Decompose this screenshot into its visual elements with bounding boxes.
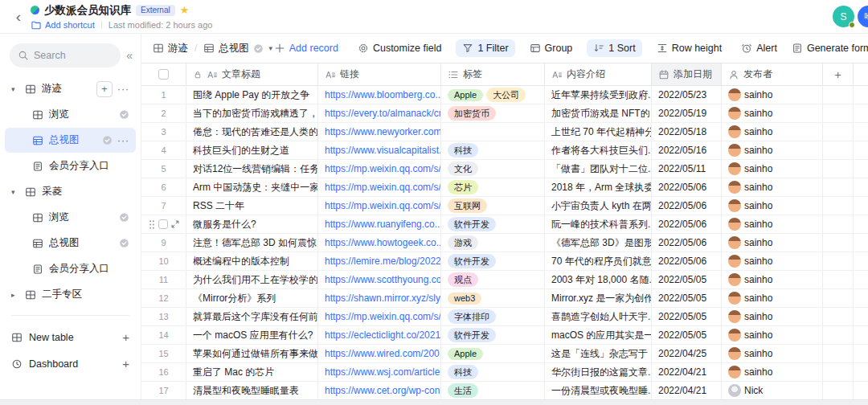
cell-publisher[interactable]: sainho bbox=[722, 123, 823, 141]
link-text[interactable]: https://www.howtogeek.co... bbox=[325, 237, 441, 248]
cell-publisher[interactable]: sainho bbox=[722, 178, 823, 196]
row-handle-cell[interactable]: 10 bbox=[141, 252, 186, 270]
sidebar-new-table[interactable]: New table+ bbox=[0, 324, 141, 350]
link-text[interactable]: https://lemire.me/blog/2022... bbox=[325, 256, 441, 267]
cell-tags[interactable]: 软件开发 bbox=[441, 215, 545, 233]
cell-tags[interactable]: 互联网 bbox=[441, 197, 545, 215]
sidebar-item-会员分享入口[interactable]: 会员分享入口 bbox=[5, 153, 136, 178]
cell-title[interactable]: 就算最后这个字库没有任何前... bbox=[186, 308, 318, 325]
expand-record-icon[interactable] bbox=[170, 219, 180, 229]
row-handle-cell[interactable] bbox=[141, 215, 186, 233]
cell-title[interactable]: RSS 二十年 bbox=[186, 197, 318, 215]
cell-publisher[interactable]: sainho bbox=[722, 141, 823, 159]
cell-link[interactable]: https://www.wired.com/200... bbox=[318, 345, 441, 362]
cell-description[interactable]: 加密货币游戏是 NFT的 ... bbox=[545, 104, 652, 122]
avatar[interactable]: S bbox=[833, 6, 854, 27]
cell-extra[interactable] bbox=[823, 289, 854, 307]
cell-tags[interactable]: 字体排印 bbox=[441, 308, 545, 325]
cell-publisher[interactable]: Nick bbox=[722, 382, 823, 399]
cell-title[interactable]: 一个 macOS 应用里有什么? bbox=[186, 326, 318, 344]
link-text[interactable]: https://mp.weixin.qq.com/s/... bbox=[325, 182, 441, 193]
search-input[interactable]: Search bbox=[10, 43, 121, 68]
cell-title[interactable]: 《Mirror分析》系列 bbox=[186, 289, 318, 307]
cell-extra[interactable] bbox=[823, 234, 854, 252]
cell-publisher[interactable]: sainho bbox=[722, 308, 823, 325]
cell-date[interactable]: 2022/05/06 bbox=[652, 252, 722, 270]
link-text[interactable]: https://mp.weixin.qq.com/s/... bbox=[325, 200, 441, 211]
more-icon[interactable]: ··· bbox=[117, 135, 129, 146]
cell-title[interactable]: 科技巨头们的生财之道 bbox=[186, 141, 318, 159]
view-switcher[interactable]: 总视图 ▼ bbox=[203, 42, 273, 55]
row-handle-cell[interactable]: 15 bbox=[141, 345, 186, 362]
row-handle-cell[interactable]: 4 bbox=[141, 141, 186, 159]
cell-tags[interactable] bbox=[441, 123, 545, 141]
cell-link[interactable]: https://www.bloomberg.co... bbox=[318, 86, 441, 104]
cell-description[interactable]: 《德军总部 3D》是图形... bbox=[545, 234, 652, 252]
link-text[interactable]: https://every.to/almanack/cr... bbox=[325, 108, 441, 119]
cell-publisher[interactable]: sainho bbox=[722, 345, 823, 362]
cell-date[interactable]: 2022/05/06 bbox=[652, 234, 722, 252]
cell-title[interactable]: 围绕 Apple Pay 的开放之争 bbox=[186, 86, 318, 104]
row-checkbox[interactable] bbox=[158, 219, 168, 229]
row-handle-cell[interactable]: 11 bbox=[141, 271, 186, 288]
cell-title[interactable]: 苹果如何通过做错所有事来做... bbox=[186, 345, 318, 362]
cell-extra[interactable] bbox=[823, 252, 854, 270]
row-handle-cell[interactable]: 1 bbox=[141, 86, 186, 104]
link-text[interactable]: https://www.cet.org/wp-con... bbox=[325, 385, 441, 396]
cell-description[interactable]: 近年苹果持续受到政府... bbox=[545, 86, 652, 104]
cell-extra[interactable] bbox=[823, 104, 854, 122]
cell-description[interactable]: 喜鹊造字创始人叶天宇... bbox=[545, 308, 652, 325]
sidebar-item-浏览[interactable]: 浏览 bbox=[5, 205, 136, 230]
row-handle-cell[interactable]: 13 bbox=[141, 308, 186, 325]
cell-link[interactable]: https://mp.weixin.qq.com/s/... bbox=[318, 197, 441, 215]
row-height-button[interactable]: Row height bbox=[657, 43, 723, 54]
cell-date[interactable]: 2022/05/05 bbox=[652, 271, 722, 288]
cell-title[interactable]: 为什么我们用不上在学校学的... bbox=[186, 271, 318, 288]
cell-link[interactable]: https://www.cet.org/wp-con... bbox=[318, 382, 441, 399]
group-button[interactable]: Group bbox=[530, 43, 573, 54]
cell-description[interactable]: 2018 年，Arm 全球执委... bbox=[545, 178, 652, 196]
alert-button[interactable]: Alert bbox=[741, 43, 777, 54]
cell-title[interactable]: 当下的加密货币游戏糟透了，... bbox=[186, 104, 318, 122]
cell-description[interactable]: 小宇宙负责人 kyth 在两... bbox=[545, 197, 652, 215]
cell-publisher[interactable]: sainho bbox=[722, 160, 823, 178]
cell-date[interactable]: 2022/05/06 bbox=[652, 215, 722, 233]
cell-date[interactable]: 2022/05/16 bbox=[652, 141, 722, 159]
filter-button[interactable]: 1 Filter bbox=[456, 39, 514, 57]
cell-description[interactable]: 「做書」团队对十二位... bbox=[545, 160, 652, 178]
cell-link[interactable]: https://mp.weixin.qq.com/s/... bbox=[318, 308, 441, 325]
cell-date[interactable]: 2022/05/05 bbox=[652, 308, 722, 325]
link-text[interactable]: https://www.bloomberg.co... bbox=[325, 89, 441, 100]
add-record-button[interactable]: Add record bbox=[274, 43, 338, 54]
cell-date[interactable]: 2022/05/06 bbox=[652, 178, 722, 196]
sidebar-item-总视图[interactable]: 总视图 bbox=[5, 231, 136, 256]
cell-tags[interactable]: 科技 bbox=[441, 141, 545, 159]
cell-description[interactable]: 上世纪 70 年代起精神分... bbox=[545, 123, 652, 141]
cell-publisher[interactable]: sainho bbox=[722, 104, 823, 122]
cell-extra[interactable] bbox=[823, 345, 854, 362]
link-text[interactable]: https://shawn.mirror.xyz/sly... bbox=[325, 292, 441, 304]
cell-link[interactable]: https://shawn.mirror.xyz/sly... bbox=[318, 289, 441, 307]
cell-tags[interactable]: 科技 bbox=[441, 363, 545, 381]
cell-link[interactable]: https://www.newyorker.com... bbox=[318, 123, 441, 141]
column-header-添加日期[interactable]: 添加日期 bbox=[652, 63, 722, 85]
cell-extra[interactable] bbox=[823, 382, 854, 399]
cell-extra[interactable] bbox=[823, 215, 854, 233]
cell-extra[interactable] bbox=[823, 363, 854, 381]
cell-extra[interactable] bbox=[823, 178, 854, 196]
cell-publisher[interactable]: sainho bbox=[722, 289, 823, 307]
cell-title[interactable]: 对话12位一线营销编辑：任务... bbox=[186, 160, 318, 178]
cell-extra[interactable] bbox=[823, 197, 854, 215]
cell-publisher[interactable]: sainho bbox=[722, 326, 823, 344]
favorite-star-icon[interactable]: ★ bbox=[180, 4, 190, 16]
back-icon[interactable]: ‹ bbox=[8, 8, 29, 26]
row-handle-cell[interactable]: 5 bbox=[141, 160, 186, 178]
link-text[interactable]: https://mp.weixin.qq.com/s/... bbox=[325, 311, 441, 322]
link-text[interactable]: https://www.visualcapitalist.... bbox=[325, 145, 441, 156]
cell-publisher[interactable]: sainho bbox=[722, 197, 823, 215]
link-text[interactable]: https://www.scotthyoung.co... bbox=[325, 274, 441, 285]
row-handle-cell[interactable]: 12 bbox=[141, 289, 186, 307]
chevron-down-icon[interactable]: ▾ bbox=[11, 188, 19, 196]
cell-link[interactable]: https://every.to/almanack/cr... bbox=[318, 104, 441, 122]
cell-extra[interactable] bbox=[823, 86, 854, 104]
